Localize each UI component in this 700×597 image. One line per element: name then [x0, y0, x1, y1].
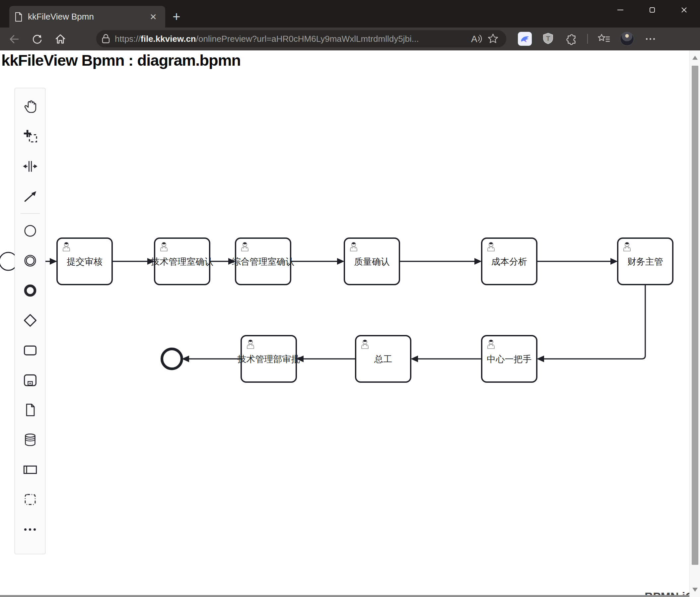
shield-letter: T [546, 35, 550, 42]
read-aloud-button[interactable]: A [467, 31, 484, 46]
task-center-leader[interactable]: 中心一把手 [482, 336, 537, 382]
extensions-menu-button[interactable] [564, 31, 579, 46]
horizontal-scrollbar[interactable] [0, 595, 690, 597]
task-label: 中心一把手 [487, 354, 532, 364]
global-connect-tool[interactable] [17, 181, 44, 211]
browser-toolbar: https://file.kkview.cn/onlinePreview?url… [0, 28, 700, 50]
profile-button[interactable] [620, 31, 634, 46]
shield-icon: T [542, 32, 554, 46]
window-minimize-button[interactable] [604, 0, 636, 20]
create-data-store[interactable] [17, 425, 44, 455]
settings-menu-button[interactable] [643, 31, 657, 46]
task-label: 总工 [374, 354, 392, 364]
space-tool[interactable] [17, 151, 44, 181]
favorite-button[interactable] [484, 31, 502, 46]
participant-icon [22, 462, 38, 477]
task-label: 提交审核 [67, 257, 102, 267]
read-aloud-icon: A [469, 32, 483, 46]
extensions-area: T [518, 29, 657, 48]
space-tool-icon [22, 158, 38, 174]
browser-titlebar: kkFileView Bpmn ✕ + [0, 0, 700, 28]
tab-close-button[interactable]: ✕ [147, 10, 160, 24]
vertical-scrollbar[interactable] [690, 50, 700, 597]
create-participant[interactable] [17, 455, 44, 485]
data-store-icon [22, 432, 38, 448]
favorites-bar-button[interactable] [597, 31, 611, 46]
maximize-icon [650, 7, 655, 12]
url-scheme: https:// [115, 34, 141, 44]
create-task[interactable] [17, 335, 44, 365]
browser-tab[interactable]: kkFileView Bpmn ✕ [9, 6, 165, 28]
tab-title: kkFileView Bpmn [28, 11, 147, 22]
lasso-tool[interactable] [17, 121, 44, 151]
create-group[interactable] [17, 485, 44, 514]
task-general-office-confirm[interactable]: 综合管理室确认 [232, 238, 295, 285]
more-options[interactable] [17, 514, 44, 544]
task-tech-office-confirm[interactable]: 技术管理室确认 [151, 238, 214, 285]
minimize-icon [617, 9, 623, 10]
task-icon [22, 342, 38, 358]
task-quality-confirm[interactable]: 质量确认 [344, 238, 399, 285]
home-icon [54, 32, 67, 46]
create-end-event[interactable] [17, 276, 44, 306]
back-arrow-icon [7, 32, 21, 46]
back-button[interactable] [5, 30, 23, 48]
data-object-icon [22, 402, 38, 418]
create-start-event[interactable] [17, 216, 44, 246]
create-subprocess[interactable] [17, 365, 44, 395]
palette-divider [21, 213, 40, 214]
task-chief-engineer[interactable]: 总工 [356, 336, 411, 382]
hand-tool[interactable] [17, 92, 44, 121]
star-list-icon [597, 32, 610, 45]
avatar [620, 32, 634, 46]
home-button[interactable] [51, 30, 70, 48]
window-close-button[interactable] [668, 0, 700, 20]
task-label: 质量确认 [354, 257, 390, 267]
page-favicon-icon [15, 12, 23, 22]
hand-icon [22, 99, 38, 114]
task-finance-director[interactable]: 财务主管 [618, 238, 673, 285]
create-gateway[interactable] [17, 306, 44, 335]
vertical-scrollbar-thumb[interactable] [692, 66, 698, 565]
task-submit-review[interactable]: 提交审核 [57, 238, 112, 285]
end-event-icon [22, 283, 38, 298]
sequence-flow[interactable] [543, 285, 645, 359]
address-bar[interactable]: https://file.kkview.cn/onlinePreview?url… [96, 30, 506, 47]
intermediate-event-icon [22, 253, 38, 269]
puzzle-icon [565, 32, 578, 45]
subprocess-icon [22, 372, 38, 388]
refresh-button[interactable] [28, 30, 46, 48]
task-label: 综合管理室确认 [232, 257, 295, 267]
scroll-up-icon[interactable] [692, 56, 698, 60]
task-label: 财务主管 [627, 257, 663, 267]
window-maximize-button[interactable] [636, 0, 668, 20]
url-text[interactable]: https://file.kkview.cn/onlinePreview?url… [115, 34, 467, 44]
toolbar-separator [587, 34, 588, 44]
task-label: 技术管理部审批 [238, 354, 300, 364]
create-data-object[interactable] [17, 395, 44, 425]
star-icon [487, 32, 499, 45]
ellipsis-icon [646, 38, 655, 40]
url-host: file.kkview.cn [141, 34, 196, 44]
end-event[interactable] [162, 349, 182, 369]
scroll-down-icon[interactable] [692, 588, 698, 592]
bpmn-palette [15, 88, 46, 554]
gateway-icon [22, 312, 38, 328]
new-tab-button[interactable]: + [169, 10, 184, 25]
url-path: /onlinePreview?url=aHR0cHM6Ly9maWxlLmtrd… [196, 34, 419, 44]
task-tech-dept-approval[interactable]: 技术管理部审批 [238, 336, 300, 382]
bird-icon [518, 32, 532, 46]
task-label: 成本分析 [491, 257, 527, 267]
lasso-icon [22, 128, 38, 144]
task-cost-analysis[interactable]: 成本分析 [482, 238, 537, 285]
task-label: 技术管理室确认 [151, 257, 214, 267]
bpmn-canvas[interactable]: 提交审核 技术管理室确认 综合管理室确认 质量确认 成本分析 财务主管 [0, 50, 700, 597]
refresh-icon [30, 32, 44, 46]
create-intermediate-event[interactable] [17, 246, 44, 276]
window-controls [604, 0, 700, 20]
translate-extension-button[interactable] [518, 31, 532, 46]
script-manager-extension-button[interactable]: T [541, 31, 555, 46]
lock-icon [101, 33, 111, 45]
read-aloud-letter: A [471, 34, 477, 44]
group-icon [22, 492, 38, 508]
